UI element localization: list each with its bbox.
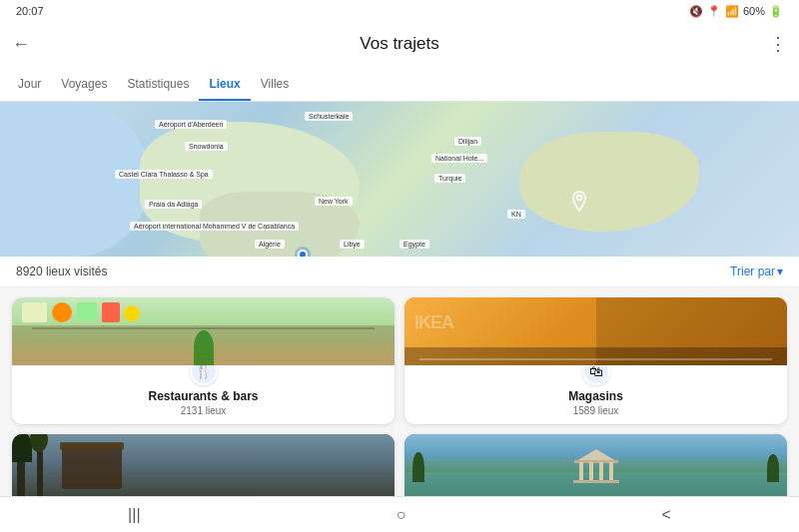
tab-voyages[interactable]: Voyages <box>51 69 117 101</box>
header: ← Vos trajets ⋮ <box>0 22 799 66</box>
magasins-count: 1589 lieux <box>573 405 619 416</box>
category-footer-restaurants: 🍴 Restaurants & bars 2131 lieux <box>12 365 395 424</box>
category-card-attractions[interactable]: 🎡 Attractions 494 lieux <box>404 434 787 496</box>
tab-statistiques[interactable]: Statistiques <box>117 69 199 101</box>
status-icons: 🔇 📍 📶 60% 🔋 <box>689 5 783 18</box>
nav-menu-icon[interactable]: ||| <box>128 506 140 524</box>
category-card-culture[interactable]: 🏛 Culture 356 lieux <box>12 434 395 496</box>
status-bar: 20:07 🔇 📍 📶 60% 🔋 <box>0 0 799 22</box>
map-label-turquie: Turquie <box>434 174 465 183</box>
bottom-navigation: ||| ○ < <box>0 496 799 532</box>
middle-east-land <box>519 132 699 232</box>
map-label-algerie: Algérie <box>255 240 285 249</box>
location-icon: 📍 <box>707 5 721 18</box>
map-background: Aéroport d'Aberdeen Schusterkale Snowdon… <box>0 102 799 257</box>
category-image-culture <box>12 434 395 496</box>
more-icon: ⋮ <box>769 34 787 54</box>
menu-button[interactable]: ⋮ <box>755 33 787 55</box>
map-label-casablanca: Aéroport international Mohammed V de Cas… <box>130 222 299 231</box>
tab-jour[interactable]: Jour <box>8 69 51 101</box>
signal-icon: 📶 <box>725 5 739 18</box>
stats-row: 8920 lieux visités Trier par ▾ <box>0 257 799 287</box>
mute-icon: 🔇 <box>689 5 703 18</box>
category-card-magasins[interactable]: IKEA 🛍 Magasins 1589 lieux <box>404 297 787 424</box>
category-grid: 🍴 Restaurants & bars 2131 lieux IKEA 🛍 M… <box>0 287 799 496</box>
tab-lieux[interactable]: Lieux <box>199 69 250 101</box>
nav-home-icon[interactable]: ○ <box>397 506 406 524</box>
category-image-restaurants <box>12 297 395 365</box>
map-label-castel: Castel Clara Thalasso & Spa <box>115 170 213 179</box>
content-area: 8920 lieux visités Trier par ▾ 🍴 <box>0 257 799 496</box>
category-card-restaurants[interactable]: 🍴 Restaurants & bars 2131 lieux <box>12 297 395 424</box>
building-text: IKEA <box>414 312 453 333</box>
tab-bar: Jour Voyages Statistiques Lieux Villes <box>0 66 799 102</box>
nav-back-icon[interactable]: < <box>662 506 671 524</box>
map-label-newyork: New York <box>315 197 353 206</box>
map-label-aberdeen: Aéroport d'Aberdeen <box>155 120 227 129</box>
sort-button[interactable]: Trier par ▾ <box>730 265 783 278</box>
atlantic-water <box>0 102 150 257</box>
sort-label: Trier par <box>730 265 775 278</box>
map-label-schusterkale: Schusterkale <box>305 112 353 121</box>
magasins-name: Magasins <box>568 389 623 403</box>
status-time: 20:07 <box>16 5 44 17</box>
restaurants-name: Restaurants & bars <box>148 389 258 403</box>
location-pin-icon <box>569 190 589 214</box>
svg-point-0 <box>577 196 582 201</box>
map-label-snowdonia: Snowdonia <box>185 142 228 151</box>
map-label-egypte: Egypte <box>400 240 429 249</box>
battery-label: 60% <box>743 5 765 17</box>
tab-villes[interactable]: Villes <box>251 69 299 101</box>
map-label-praia: Praia da Adlaga <box>145 200 202 209</box>
map-label-libye: Libye <box>340 240 365 249</box>
current-location-dot <box>298 250 308 257</box>
restaurants-count: 2131 lieux <box>181 405 227 416</box>
visited-count: 8920 lieux visités <box>16 265 107 278</box>
map-area[interactable]: Aéroport d'Aberdeen Schusterkale Snowdon… <box>0 102 799 257</box>
battery-icon: 🔋 <box>769 5 783 18</box>
sort-chevron-icon: ▾ <box>777 265 783 278</box>
back-button[interactable]: ← <box>12 34 44 55</box>
category-footer-magasins: 🛍 Magasins 1589 lieux <box>404 365 787 424</box>
map-label-dilijan: Dilijan <box>454 137 481 146</box>
category-image-attractions <box>404 434 787 496</box>
map-label-national: National Hote... <box>431 154 487 163</box>
page-title: Vos trajets <box>44 34 755 54</box>
back-arrow-icon: ← <box>12 34 30 55</box>
category-image-magasins: IKEA <box>404 297 787 365</box>
map-label-kn: KN <box>507 210 525 219</box>
